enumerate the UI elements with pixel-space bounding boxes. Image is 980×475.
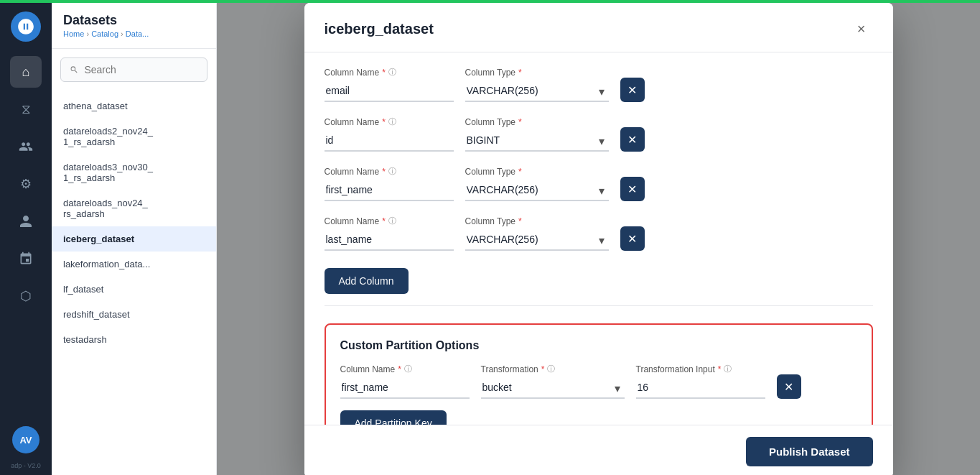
list-item[interactable]: lf_dataset — [52, 277, 216, 302]
list-item-active[interactable]: iceberg_dataset — [52, 226, 216, 252]
transformation-field: Transformation * ⓘ bucket truncate year — [481, 364, 625, 399]
modal-close-button[interactable]: × — [850, 17, 873, 40]
column-row-3: Column Name * ⓘ Column Type * — [325, 166, 873, 201]
column-name-label-1: Column Name — [325, 68, 380, 78]
modal-dialog: iceberg_dataset × Column Name * ⓘ — [304, 3, 893, 475]
panel-header: Datasets Home › Catalog › Data... — [52, 3, 216, 49]
sidebar-item-home[interactable]: ⌂ — [10, 56, 42, 88]
transformation-input-value[interactable] — [636, 377, 765, 399]
breadcrumb: Home › Catalog › Data... — [63, 29, 205, 38]
user-avatar[interactable]: AV — [12, 426, 39, 453]
column-type-label-2: Column Type — [465, 117, 515, 127]
sidebar-item-storage[interactable]: ⬡ — [10, 280, 42, 312]
required-marker: * — [518, 167, 522, 177]
column-type-select-2[interactable]: BIGINT VARCHAR(256) INT — [465, 130, 609, 152]
modal-footer: Publish Dataset — [304, 425, 893, 475]
column-name-field-4: Column Name * ⓘ — [325, 216, 454, 251]
sidebar: ⌂ ⧖ ⚙ ⬡ AV adp - V2.0 — [0, 3, 52, 475]
column-type-field-2: Column Type * BIGINT VARCHAR(256) INT ▾ — [465, 117, 609, 152]
list-item[interactable]: lakeformation_data... — [52, 252, 216, 277]
required-marker: * — [382, 167, 386, 177]
column-type-select-1[interactable]: VARCHAR(256) BIGINT INT — [465, 80, 609, 102]
column-type-label-3: Column Type — [465, 167, 515, 177]
list-item[interactable]: datareloads_nov24_rs_adarsh — [52, 190, 216, 226]
app-logo[interactable] — [11, 11, 41, 42]
sidebar-item-settings[interactable]: ⚙ — [10, 168, 42, 200]
dataset-list: athena_dataset datareloads2_nov24_1_rs_a… — [52, 91, 216, 475]
transformation-select-container: bucket truncate year month day hour ▾ — [481, 377, 625, 399]
search-box[interactable] — [60, 57, 207, 82]
sidebar-item-connections[interactable] — [10, 243, 42, 275]
panel-title: Datasets — [63, 13, 205, 28]
transformation-input-field: Transformation Input * ⓘ — [636, 364, 765, 399]
transformation-input-label: Transformation Input — [636, 364, 715, 374]
delete-column-button-4[interactable]: ✕ — [620, 226, 645, 251]
left-panel: Datasets Home › Catalog › Data... athena… — [52, 3, 217, 475]
column-type-field-1: Column Type * VARCHAR(256) BIGINT INT ▾ — [465, 68, 609, 102]
partition-column-name-input[interactable] — [340, 377, 470, 399]
required-marker: * — [518, 117, 522, 127]
column-name-input-3[interactable] — [325, 180, 454, 201]
search-input[interactable] — [84, 64, 198, 75]
list-item[interactable]: datareloads3_nov30_1_rs_adarsh — [52, 155, 216, 190]
sidebar-item-filter[interactable]: ⧖ — [10, 93, 42, 125]
column-row-1: Column Name * ⓘ Column Type * — [325, 67, 873, 102]
column-type-label-1: Column Type — [465, 68, 515, 78]
column-type-field-4: Column Type * VARCHAR(256) BIGINT ▾ — [465, 216, 609, 251]
search-icon — [70, 65, 78, 75]
delete-partition-button[interactable]: ✕ — [777, 374, 801, 399]
partition-title: Custom Partition Options — [340, 339, 857, 352]
column-name-label-4: Column Name — [325, 216, 380, 226]
column-type-select-container-3: VARCHAR(256) BIGINT ▾ — [465, 180, 609, 201]
transformation-select[interactable]: bucket truncate year month day hour — [481, 377, 625, 399]
column-row-2: Column Name * ⓘ Column Type * — [325, 116, 873, 152]
column-name-field-3: Column Name * ⓘ — [325, 166, 454, 201]
required-marker: * — [382, 216, 386, 226]
list-item[interactable]: datareloads2_nov24_1_rs_adarsh — [52, 119, 216, 155]
column-type-label-4: Column Type — [465, 216, 515, 226]
info-icon-3[interactable]: ⓘ — [388, 166, 396, 177]
column-type-select-3[interactable]: VARCHAR(256) BIGINT — [465, 180, 609, 201]
transformation-info-icon[interactable]: ⓘ — [547, 364, 555, 374]
column-type-select-4[interactable]: VARCHAR(256) BIGINT — [465, 229, 609, 251]
list-item[interactable]: redshift_dataset — [52, 302, 216, 327]
transformation-label: Transformation — [481, 364, 538, 374]
info-icon-4[interactable]: ⓘ — [388, 216, 396, 226]
required-marker: * — [718, 364, 722, 374]
required-marker: * — [518, 68, 522, 78]
main-content: iceberg_dataset × Column Name * ⓘ — [217, 3, 980, 475]
partition-column-name-field: Column Name * ⓘ — [340, 364, 470, 399]
sidebar-item-users[interactable] — [10, 131, 42, 162]
app-version: adp - V2.0 — [11, 462, 41, 469]
info-icon-1[interactable]: ⓘ — [388, 67, 396, 78]
delete-column-button-1[interactable]: ✕ — [620, 78, 645, 102]
required-marker: * — [518, 216, 522, 226]
publish-dataset-button[interactable]: Publish Dataset — [746, 437, 873, 466]
transformation-input-info-icon[interactable]: ⓘ — [724, 364, 732, 374]
divider — [325, 305, 873, 306]
column-type-select-container-2: BIGINT VARCHAR(256) INT ▾ — [465, 130, 609, 152]
modal-overlay: iceberg_dataset × Column Name * ⓘ — [217, 3, 980, 475]
delete-column-button-2[interactable]: ✕ — [620, 127, 645, 152]
column-name-input-4[interactable] — [325, 229, 454, 251]
list-item[interactable]: athena_dataset — [52, 93, 216, 119]
column-name-field-2: Column Name * ⓘ — [325, 116, 454, 152]
add-column-button[interactable]: Add Column — [325, 268, 409, 294]
column-name-label-3: Column Name — [325, 167, 380, 177]
partition-column-name-label: Column Name — [340, 364, 396, 374]
sidebar-item-person[interactable] — [10, 206, 42, 237]
column-name-field-1: Column Name * ⓘ — [325, 67, 454, 102]
column-type-field-3: Column Type * VARCHAR(256) BIGINT ▾ — [465, 167, 609, 201]
column-type-select-container-4: VARCHAR(256) BIGINT ▾ — [465, 229, 609, 251]
modal-title: iceberg_dataset — [325, 21, 434, 37]
column-name-input-1[interactable] — [325, 80, 454, 102]
delete-column-button-3[interactable]: ✕ — [620, 177, 645, 201]
column-name-input-2[interactable] — [325, 130, 454, 152]
partition-info-icon[interactable]: ⓘ — [404, 364, 412, 374]
info-icon-2[interactable]: ⓘ — [388, 116, 396, 127]
required-marker: * — [382, 68, 386, 78]
required-marker: * — [398, 364, 401, 374]
list-item[interactable]: testadarsh — [52, 327, 216, 352]
modal-body: Column Name * ⓘ Column Type * — [304, 52, 893, 472]
column-row-4: Column Name * ⓘ Column Type * — [325, 216, 873, 251]
